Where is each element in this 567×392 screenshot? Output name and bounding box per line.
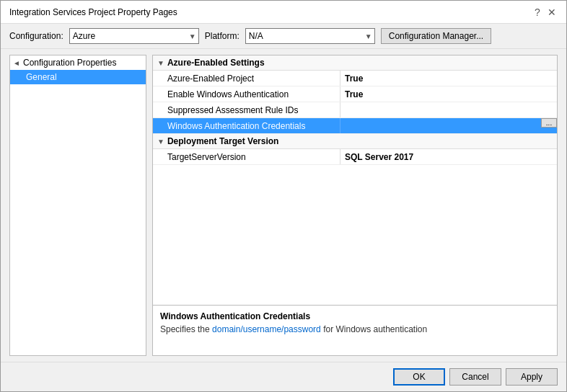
desc-text-after: for Windows authentication bbox=[321, 324, 427, 334]
right-panel: ▼ Azure-Enabled Settings Azure-Enabled P… bbox=[152, 55, 558, 356]
property-row-windows-auth: Enable Windows Authentication True bbox=[153, 86, 557, 102]
tree-child-item-general[interactable]: General bbox=[10, 70, 146, 84]
properties-area: ▼ Azure-Enabled Settings Azure-Enabled P… bbox=[153, 55, 557, 305]
dialog: Integration Services Project Property Pa… bbox=[0, 0, 567, 392]
left-panel: ◄ Configuration Properties General bbox=[9, 55, 146, 356]
property-row-credentials[interactable]: Windows Authentication Credentials ... bbox=[153, 118, 557, 134]
prop-value-suppressed bbox=[340, 102, 557, 117]
config-row: Configuration: Azure ▼ Platform: N/A ▼ C… bbox=[1, 24, 566, 49]
prop-name-windows-auth: Enable Windows Authentication bbox=[153, 86, 340, 102]
apply-button[interactable]: Apply bbox=[506, 368, 558, 386]
main-content: ◄ Configuration Properties General ▼ Azu… bbox=[1, 49, 566, 362]
azure-section-arrow: ▼ bbox=[157, 59, 164, 67]
platform-select-wrapper: N/A ▼ bbox=[245, 28, 375, 44]
help-button[interactable]: ? bbox=[532, 6, 543, 18]
property-row-target-server: TargetServerVersion SQL Server 2017 bbox=[153, 149, 557, 165]
tree-parent-item[interactable]: ◄ Configuration Properties bbox=[10, 55, 146, 70]
cancel-button[interactable]: Cancel bbox=[449, 368, 501, 386]
prop-name-target-server: TargetServerVersion bbox=[153, 149, 340, 164]
prop-value-target-server: SQL Server 2017 bbox=[340, 149, 557, 164]
ok-button[interactable]: OK bbox=[393, 368, 445, 386]
close-button[interactable]: ✕ bbox=[546, 6, 558, 18]
tree-parent-label: Configuration Properties bbox=[23, 58, 116, 68]
configuration-manager-button[interactable]: Configuration Manager... bbox=[381, 28, 491, 44]
prop-name-suppressed: Suppressed Assessment Rule IDs bbox=[153, 102, 340, 117]
configuration-select[interactable]: Azure bbox=[69, 28, 199, 44]
prop-value-azure-enabled: True bbox=[340, 71, 557, 86]
property-row-azure-enabled: Azure-Enabled Project True bbox=[153, 71, 557, 86]
deployment-section-title: Deployment Target Version bbox=[167, 136, 278, 146]
title-bar-controls: ? ✕ bbox=[532, 6, 558, 18]
desc-text-before: Specifies the bbox=[160, 324, 212, 334]
azure-section-title: Azure-Enabled Settings bbox=[167, 58, 265, 68]
description-text: Specifies the domain/username/password f… bbox=[160, 324, 550, 334]
prop-name-azure-enabled: Azure-Enabled Project bbox=[153, 71, 340, 86]
credentials-edit-button[interactable]: ... bbox=[541, 118, 557, 128]
configuration-label: Configuration: bbox=[9, 31, 63, 41]
platform-select[interactable]: N/A bbox=[245, 28, 375, 44]
prop-value-windows-auth: True bbox=[340, 86, 557, 102]
footer: OK Cancel Apply bbox=[1, 362, 566, 391]
dialog-title: Integration Services Project Property Pa… bbox=[9, 7, 177, 17]
deployment-section-arrow: ▼ bbox=[157, 138, 164, 146]
tree-child-label: General bbox=[26, 72, 57, 82]
property-row-suppressed: Suppressed Assessment Rule IDs bbox=[153, 102, 557, 118]
section-header-deployment[interactable]: ▼ Deployment Target Version bbox=[153, 134, 557, 149]
description-panel: Windows Authentication Credentials Speci… bbox=[153, 305, 557, 355]
tree-collapse-arrow: ◄ bbox=[13, 59, 23, 67]
prop-name-credentials: Windows Authentication Credentials bbox=[153, 118, 340, 133]
description-title: Windows Authentication Credentials bbox=[160, 311, 550, 321]
title-bar: Integration Services Project Property Pa… bbox=[1, 1, 566, 24]
configuration-select-wrapper: Azure ▼ bbox=[69, 28, 199, 44]
platform-label: Platform: bbox=[205, 31, 239, 41]
section-header-azure[interactable]: ▼ Azure-Enabled Settings bbox=[153, 55, 557, 71]
prop-value-credentials bbox=[340, 118, 541, 133]
desc-link: domain/username/password bbox=[212, 324, 321, 334]
